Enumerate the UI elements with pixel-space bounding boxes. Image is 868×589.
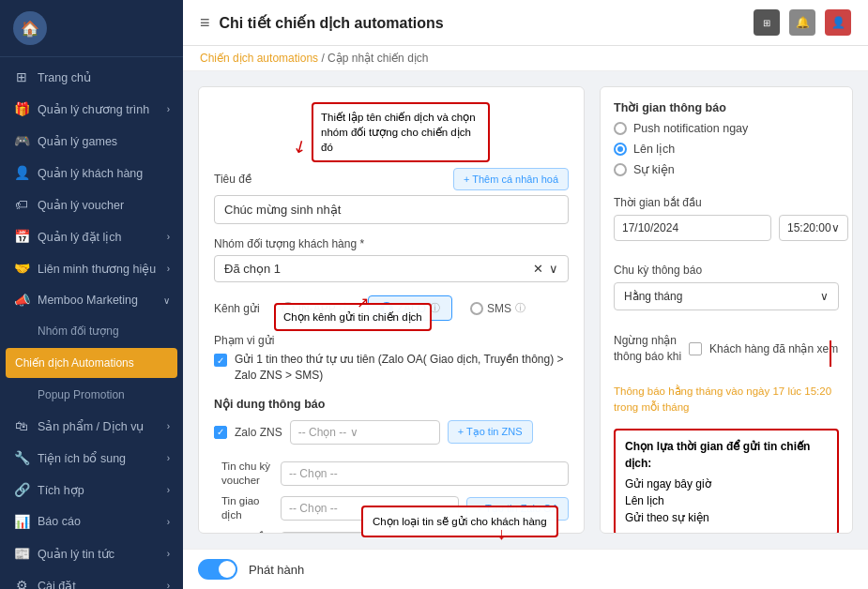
publish-label: Phát hành [249, 563, 304, 577]
megaphone-icon: 📣 [13, 293, 30, 308]
tao-zns-button[interactable]: + Tạo tin ZNS [448, 420, 533, 444]
tao-zalo-oa-1-button[interactable]: + Tạo tin Zalo OA [466, 497, 569, 521]
radio-zalo [380, 302, 393, 315]
sidebar-item-popup[interactable]: Popup Promotion [0, 380, 183, 410]
nhom-label: Nhóm đối tượng khách hàng * [214, 237, 569, 250]
pham-vi-checkbox[interactable] [214, 354, 227, 367]
chevron-right-icon: › [167, 421, 170, 431]
cycle-select[interactable]: Hằng tháng ∨ [614, 282, 839, 310]
link-icon: 🔗 [13, 482, 30, 497]
sidebar-item-trang-chu[interactable]: ⊞ Trang chủ [0, 61, 183, 93]
sidebar-item-voucher[interactable]: 🏷 Quản lý voucher [0, 189, 183, 220]
sidebar-item-lien-minh[interactable]: 🤝 Liên minh thương hiệu › [0, 252, 183, 284]
tin-chu-ky-select[interactable]: -- Chọn -- [281, 461, 569, 486]
qr-icon[interactable]: ⊞ [754, 9, 780, 36]
nhom-value: Đã chọn 1 [224, 262, 533, 276]
tin-giao-dich-select[interactable]: -- Chọn -- [281, 496, 459, 521]
select-icons: ✕ ∨ [533, 262, 558, 276]
noi-dung-group: Nội dung thông báo Zalo ZNS -- Chọn -- ∨… [214, 397, 569, 534]
home-icon: ⊞ [13, 69, 30, 84]
callout-time-box: Chọn lựa thời gian để gửi tin chiến dịch… [614, 429, 839, 534]
channel-sms[interactable]: SMS ⓘ [458, 295, 538, 321]
callout-time-title: Chọn lựa thời gian để gửi tin chiến dịch… [625, 438, 828, 472]
publish-toggle[interactable] [198, 559, 237, 580]
radio-len-lich-label: Lên lịch [633, 142, 675, 156]
sidebar-item-memboo[interactable]: 📣 Memboo Marketing ∨ [0, 284, 183, 316]
sidebar-item-label: Tích hợp [38, 483, 84, 497]
pham-vi-row: Gửi 1 tin theo thứ tự ưu tiên (Zalo OA( … [214, 352, 569, 384]
tin-truyen-thong-row: Tin truyền thông -- Chọn -- + Tạo tin Za… [214, 530, 569, 534]
pham-vi-text: Gửi 1 tin theo thứ tự ưu tiên (Zalo OA( … [235, 352, 569, 384]
topbar-icons: ⊞ 🔔 👤 [754, 9, 851, 36]
chevron-down-icon[interactable]: ∨ [549, 262, 558, 276]
menu-icon[interactable]: ≡ [200, 13, 210, 33]
chevron-right-icon: › [167, 581, 170, 590]
radio-len-lich[interactable]: Lên lịch [614, 142, 839, 156]
zalo-zns-placeholder: -- Chọn -- [298, 426, 347, 439]
nhom-select[interactable]: Đã chọn 1 ✕ ∨ [214, 255, 569, 282]
radio-su-kien-icon [614, 163, 627, 176]
right-callout: Chọn lựa thời gian để gửi tin chiến dịch… [614, 429, 839, 534]
start-time-section: Thời gian bắt đầu 15:20:00 ∨ [614, 196, 839, 250]
sidebar-item-nhom-doi-tuong[interactable]: Nhóm đối tượng [0, 316, 183, 346]
hint-section: Thông báo hằng tháng vào ngày 17 lúc 15:… [614, 380, 839, 416]
pham-vi-group: Phạm vi gửi Gửi 1 tin theo thứ tự ưu tiê… [214, 334, 569, 384]
sidebar-item-khach-hang[interactable]: 👤 Quản lý khách hàng [0, 157, 183, 189]
sidebar-item-label: Báo cáo [38, 515, 81, 528]
handshake-icon: 🤝 [13, 261, 30, 276]
radio-sms [470, 302, 483, 315]
breadcrumb: Chiến dịch automations / Cập nhật chiến … [183, 46, 868, 71]
tin-truyen-thong-select[interactable]: -- Chọn -- [281, 532, 459, 534]
tin-giao-dich-row: Tin giao dịch -- Chọn -- + Tạo tin Zalo … [214, 494, 569, 522]
zalo-zns-label: Zalo ZNS [235, 426, 282, 439]
sidebar-item-chien-dich[interactable]: Chiến dịch Automations [6, 348, 177, 378]
sidebar-item-cai-dat[interactable]: ⚙ Cài đặt › [0, 569, 183, 589]
zalo-zns-checkbox[interactable] [214, 426, 227, 439]
form-footer: Phát hành [183, 549, 868, 589]
date-input[interactable] [614, 215, 771, 241]
tag-icon: 🏷 [13, 197, 30, 212]
gift-icon: 🎁 [13, 101, 30, 116]
sidebar-item-tin-tuc[interactable]: 📰 Quản lý tin tức › [0, 537, 183, 569]
time-input[interactable]: 15:20:00 ∨ [779, 215, 848, 241]
tin-gd-placeholder: -- Chọn -- [289, 502, 338, 515]
clear-icon[interactable]: ✕ [533, 262, 543, 276]
sidebar-item-label: Popup Promotion [38, 388, 125, 401]
tool-icon: 🔧 [13, 450, 30, 465]
sidebar-item-san-pham[interactable]: 🛍 Sản phẩm / Dịch vụ › [0, 410, 183, 442]
radio-push-ngay[interactable]: Push notification ngay [614, 122, 839, 135]
stop-row: Ngừng nhậnthông báo khi Khách hàng đã nh… [614, 333, 839, 365]
callout-arrow-1: ↙ [289, 134, 312, 159]
zalo-zns-select[interactable]: -- Chọn -- ∨ [290, 420, 440, 445]
radio-su-kien[interactable]: Sự kiện [614, 162, 839, 176]
sidebar-item-label: Sản phẩm / Dịch vụ [38, 419, 144, 433]
channel-sms-label: SMS [487, 302, 511, 315]
stop-section: Ngừng nhậnthông báo khi Khách hàng đã nh… [614, 333, 839, 367]
tieu-de-group: Tiêu đề + Thêm cá nhân hoá [214, 168, 569, 224]
sidebar-item-tien-ich[interactable]: 🔧 Tiện ích bổ sung › [0, 442, 183, 474]
cycle-value: Hằng tháng [624, 290, 682, 303]
sidebar-item-label: Quản lý khách hàng [38, 166, 143, 180]
sidebar-item-bao-cao[interactable]: 📊 Báo cáo › [0, 506, 183, 537]
tin-truyen-thong-label: Tin truyền thông [221, 530, 273, 534]
sidebar-item-dat-lich[interactable]: 📅 Quản lý đặt lịch › [0, 220, 183, 252]
stop-checkbox[interactable] [689, 342, 702, 355]
breadcrumb-parent[interactable]: Chiến dịch automations [200, 52, 318, 65]
sidebar-item-games[interactable]: 🎮 Quản lý games [0, 125, 183, 157]
radio-su-kien-label: Sự kiện [633, 162, 675, 176]
cycle-section: Chu kỳ thông báo Hằng tháng ∨ [614, 264, 839, 320]
callout-tieu-de: Thiết lập tên chiến dịch và chọn nhóm đố… [312, 102, 490, 162]
sidebar-item-tich-hop[interactable]: 🔗 Tích hợp › [0, 474, 183, 506]
user-avatar-icon[interactable]: 👤 [825, 9, 851, 36]
form-panel: Thiết lập tên chiến dịch và chọn nhóm đố… [198, 86, 585, 534]
tieu-de-input[interactable] [214, 195, 569, 224]
bell-icon[interactable]: 🔔 [789, 9, 815, 36]
chevron-down-icon: ∨ [350, 426, 358, 439]
them-nhan-hoa-button[interactable]: + Thêm cá nhân hoá [453, 168, 569, 190]
channel-zalo[interactable]: ZALO ⓘ [368, 295, 452, 321]
sidebar-item-chuong-trinh[interactable]: 🎁 Quản lý chương trình › [0, 93, 183, 125]
tao-zalo-oa-2-button[interactable]: + Tạo tin Zalo OA [466, 533, 569, 534]
chevron-right-icon: › [167, 549, 170, 559]
channel-inapp[interactable]: IN-APP ⓘ [269, 295, 362, 321]
sidebar-item-label: Liên minh thương hiệu [38, 262, 156, 276]
